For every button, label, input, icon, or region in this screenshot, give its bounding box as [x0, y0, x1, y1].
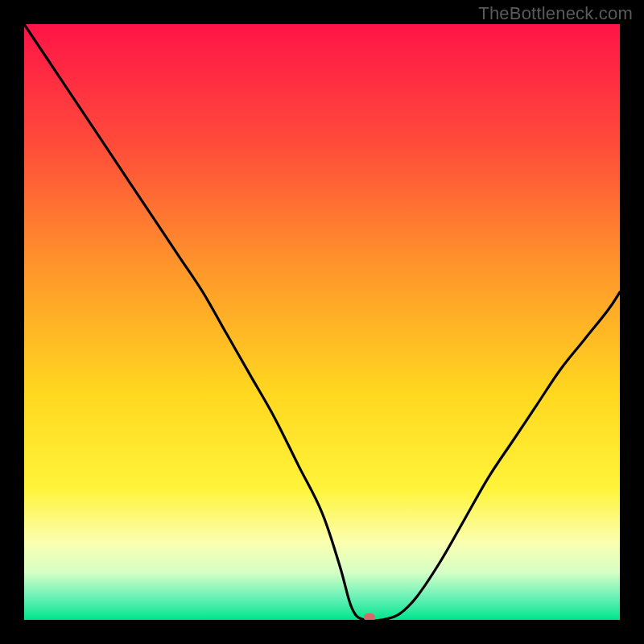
minimum-marker	[364, 613, 375, 620]
chart-container: TheBottleneck.com	[0, 0, 644, 644]
watermark-text: TheBottleneck.com	[478, 3, 633, 24]
plot-area	[24, 24, 620, 620]
bottleneck-curve	[24, 24, 620, 620]
